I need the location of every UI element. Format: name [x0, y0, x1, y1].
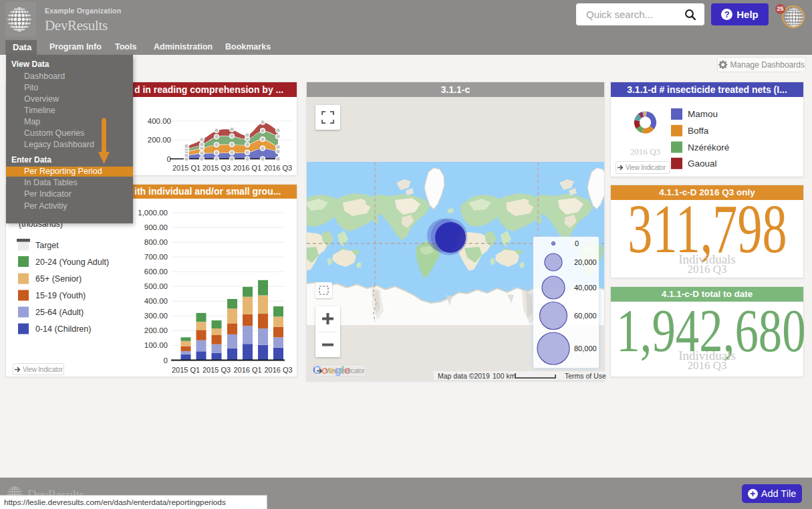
svg-text:60,000: 60,000 — [574, 312, 597, 320]
svg-text:2016 Q3: 2016 Q3 — [264, 164, 292, 172]
svg-text:200.00: 200.00 — [148, 136, 171, 144]
svg-text:25-64 (Adult): 25-64 (Adult) — [35, 308, 84, 317]
svg-text:Nzérékoré: Nzérékoré — [688, 142, 729, 152]
svg-text:Gaoual: Gaoual — [688, 159, 717, 169]
svg-text:2016 Q3: 2016 Q3 — [264, 366, 292, 374]
svg-text:80,000: 80,000 — [574, 344, 597, 352]
svg-text:0: 0 — [575, 239, 579, 247]
svg-text:700.00: 700.00 — [144, 253, 168, 261]
svg-text:2016 Q1: 2016 Q1 — [233, 164, 261, 172]
svg-text:0: 0 — [167, 155, 171, 163]
svg-text:20-24 (Young Adult): 20-24 (Young Adult) — [35, 258, 109, 267]
svg-text:800.00: 800.00 — [144, 238, 168, 246]
svg-text:400.00: 400.00 — [144, 297, 168, 305]
svg-text:2016 Q1: 2016 Q1 — [233, 366, 261, 374]
svg-text:300.00: 300.00 — [144, 312, 168, 320]
svg-text:40,000: 40,000 — [574, 284, 597, 292]
svg-text:500.00: 500.00 — [144, 282, 168, 290]
svg-text:400.00: 400.00 — [148, 117, 171, 125]
svg-text:2015 Q3: 2015 Q3 — [202, 164, 231, 172]
svg-text:0-14 (Children): 0-14 (Children) — [35, 324, 91, 334]
svg-text:1,000.00: 1,000.00 — [138, 209, 168, 217]
svg-text:Target: Target — [35, 241, 59, 250]
svg-text:0: 0 — [164, 357, 168, 365]
svg-text:Boffa: Boffa — [688, 126, 709, 136]
svg-text:200.00: 200.00 — [144, 326, 168, 334]
svg-text:15-19 (Youth): 15-19 (Youth) — [35, 291, 86, 300]
svg-text:2015 Q1: 2015 Q1 — [172, 164, 200, 172]
svg-text:65+ (Senior): 65+ (Senior) — [35, 274, 82, 284]
svg-text:2015 Q1: 2015 Q1 — [172, 366, 200, 374]
svg-text:900.00: 900.00 — [144, 223, 168, 231]
svg-text:600.00: 600.00 — [144, 268, 168, 276]
svg-text:100.00: 100.00 — [144, 341, 168, 349]
svg-text:2015 Q3: 2015 Q3 — [202, 366, 231, 374]
svg-text:20,000: 20,000 — [574, 258, 597, 266]
svg-text:Mamou: Mamou — [688, 109, 718, 119]
